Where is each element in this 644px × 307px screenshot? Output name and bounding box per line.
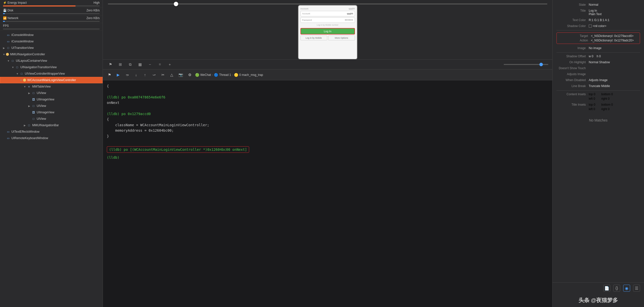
imageview-icon: 🖼 — [31, 110, 36, 114]
console-command-box: (lldb) po [(WCAccountMainLoginViewContro… — [107, 144, 249, 155]
zoom-track — [108, 4, 547, 4]
breadcrumb-frame-label: 0 mach_msg_trap — [239, 73, 263, 77]
tree-item-MMUINavigationController[interactable]: ▼ MMUINavigationController — [0, 51, 102, 58]
tree-item-UIImageView2[interactable]: 🖼 UIImageView — [0, 109, 102, 116]
fps-metric: FPS — [0, 23, 102, 31]
preview-icon-equal[interactable]: = — [156, 61, 163, 68]
text-color-value: R:1 G:1 B:1 A:1 — [589, 18, 640, 22]
preview-icon-table[interactable]: ▦ — [136, 61, 144, 68]
inspector-footer: 📄 {} ◉ ☰ — [552, 282, 644, 294]
title-top: top 0 — [589, 103, 600, 106]
zoom-slider-thumb[interactable] — [540, 63, 543, 66]
console-line-brace3: } — [107, 134, 548, 139]
inspector-action-row: Action <_NSDictionaryI: 0x1279adc20> — [559, 39, 638, 42]
tree-item-UIView3[interactable]: □ UIView — [0, 116, 102, 122]
energy-label: ⚡ Energy Impact — [3, 1, 27, 4]
debug-step-in-btn[interactable]: ↓ — [132, 72, 140, 78]
debug-enable-btn[interactable]: ⚑ — [106, 72, 113, 78]
title-bottom: bottom 0 — [601, 103, 613, 106]
breadcrumb-frame: 🟡 0 mach_msg_trap — [234, 73, 263, 77]
debug-continue-btn[interactable]: ▶ — [115, 72, 122, 78]
tree-label: UIViewControllerWrapperView — [25, 72, 65, 76]
tree-label: UIView — [37, 91, 46, 95]
console-line-brace2: { — [107, 116, 548, 122]
debug-thread-btn[interactable]: ✂ — [160, 72, 166, 78]
window-icon: ▭ — [6, 130, 10, 134]
metrics-section: ⚡ Energy Impact High 💾 Disk Zero KB/s — [0, 0, 102, 31]
more-options-btn[interactable]: More Options — [328, 36, 355, 40]
preview-icon-minus[interactable]: − — [146, 61, 154, 68]
tree-item-UIViewControllerWrapperView[interactable]: ▼ □ UIViewControllerWrapperView — [0, 70, 102, 77]
account-field: Account qqqhh — [300, 11, 355, 16]
fps-bar — [3, 28, 100, 30]
tree-item-UIView1[interactable]: ▶ □ UIView — [0, 90, 102, 96]
disk-label: 💾 Disk — [3, 9, 14, 12]
inspector-file-btn[interactable]: 📄 — [603, 285, 610, 292]
tableview-icon: ≡ — [27, 84, 31, 89]
debug-step-over-btn[interactable]: ⤼ — [124, 72, 131, 78]
window-icon: ▭ — [6, 33, 10, 37]
console-line-prompt3: (lldb) — [107, 155, 548, 160]
disk-icon: 💾 — [3, 9, 7, 12]
tree-item-iConsoleWindow2[interactable]: ▭ iConsoleWindow — [0, 38, 102, 45]
center-panel: Account qqqhh Account qqqhh Password •••… — [103, 0, 552, 307]
tree-item-UITransitionView[interactable]: ▶ □ UITransitionView — [0, 45, 102, 51]
tree-item-MMTableView[interactable]: ▼ ≡ MMTableView — [0, 83, 102, 90]
phone-bottom-row: Log in by Mobile More Options — [300, 36, 355, 40]
mobile-login-btn[interactable]: Log in by Mobile — [300, 36, 327, 40]
shadow-color-value: <nil color> — [593, 24, 606, 28]
tree-item-iConsoleWindow1[interactable]: ▭ iConsoleWindow — [0, 32, 102, 38]
debug-return-btn[interactable]: ⤻ — [150, 72, 158, 78]
debug-toolbar: ⚑ ▶ ⤼ ↓ ↑ ⤻ ✂ △ 📷 ⚙ 🟢 WeChat › 🔵 Thread … — [103, 70, 552, 80]
when-disabled-value: Adjusts Image — [589, 78, 640, 82]
view-hierarchy-tree: ▭ iConsoleWindow ▭ iConsoleWindow ▶ □ UI… — [0, 31, 102, 307]
tree-item-UILayoutContainerView[interactable]: ▼ □ UILayoutContainerView — [0, 58, 102, 64]
tree-arrow: ▼ — [6, 60, 10, 62]
inspector-state-row: State Normal — [556, 3, 640, 6]
watermark-text: 头条 @夜猫梦多 — [578, 297, 618, 303]
inspector-list-btn[interactable]: ☰ — [633, 285, 640, 292]
tree-item-MMUINavigationBar[interactable]: ▶ □ MMUINavigationBar — [0, 122, 102, 128]
console-area: { (lldb) po 0xa007478654e6e6f6 onNext (l… — [103, 80, 552, 307]
tree-item-WCAccountMainLoginViewController[interactable]: ▼ WCAccountMainLoginViewController — [0, 77, 102, 83]
debug-queue-btn[interactable]: △ — [168, 72, 175, 78]
shadow-color-label: Shadow Color — [556, 24, 589, 28]
action-value: <_NSDictionaryI: 0x1279adc20> — [591, 39, 638, 42]
image-value: No image — [589, 46, 640, 50]
tree-label: UIRemoteKeyboardWindow — [12, 136, 48, 140]
debug-step-out-btn[interactable]: ↑ — [142, 72, 148, 78]
password-field: Password •••••• — [300, 17, 355, 23]
inspector-line-break-row: Line Break Truncate Middle — [556, 84, 640, 88]
zoom-thumb[interactable] — [174, 2, 178, 6]
console-line-classname: className = WCAccountMainLoginViewContro… — [107, 122, 548, 128]
inspector-json-btn[interactable]: {} — [613, 285, 620, 292]
tree-item-UIRemoteKeyboardWindow[interactable]: ▭ UIRemoteKeyboardWindow — [0, 135, 102, 141]
network-value: Zero KB/s — [86, 16, 100, 20]
preview-icon-layers[interactable]: ⧉ — [127, 61, 134, 68]
inspector-divider3 — [556, 90, 640, 90]
window-icon: ▭ — [6, 136, 10, 140]
shadow-offset-w: w 0 h 0 — [589, 54, 640, 58]
preview-icon-flag[interactable]: ⚑ — [107, 61, 114, 68]
tree-item-UIView2[interactable]: ▶ □ UIView — [0, 103, 102, 109]
tree-item-UIImageView1[interactable]: 🖼 UIImageView — [0, 96, 102, 103]
debug-camera-btn[interactable]: 📷 — [177, 72, 184, 78]
password-dots: •••••• — [345, 18, 353, 21]
console-prompt-marker: (lldb) po [(WCAccountMainLoginViewContro… — [109, 148, 247, 152]
tree-item-UINavigationTransitionView[interactable]: ▼ □ UINavigationTransitionView — [0, 64, 102, 70]
login-button[interactable]: Log In — [300, 28, 355, 34]
preview-icon-grid[interactable]: ⊞ — [117, 61, 124, 68]
debug-settings-btn[interactable]: ⚙ — [186, 72, 193, 78]
inspector-text-color-row: Text Color R:1 G:1 B:1 A:1 — [556, 18, 640, 22]
more-options-label: More Options — [335, 37, 348, 39]
preview-icon-plus[interactable]: + — [166, 61, 173, 68]
view-icon: □ — [15, 65, 19, 70]
no-matches-label: No Matches — [556, 113, 640, 127]
inspector-shadow-offset-row: Shadow Offset w 0 h 0 — [556, 54, 640, 58]
console-command-text: (lldb) po [(WCAccountMainLoginViewContro… — [107, 146, 249, 153]
zoom-slider — [504, 64, 548, 65]
target-action-box: Target <_NSDictionaryI: 0x1279accd0> Act… — [556, 32, 640, 44]
content-insets-grid: top 0 bottom 0 left 0 right 0 — [589, 92, 613, 100]
tree-item-UITextEffectsWindow[interactable]: ▭ UITextEffectsWindow — [0, 128, 102, 135]
inspector-circle-btn[interactable]: ◉ — [623, 285, 630, 292]
